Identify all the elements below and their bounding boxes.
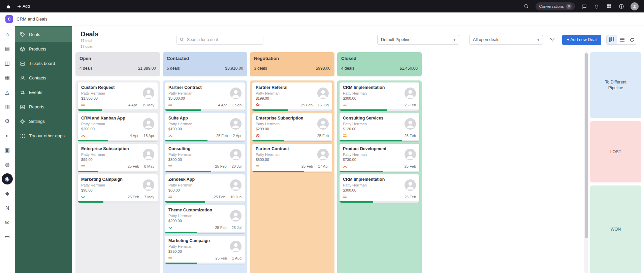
dropzone-lost[interactable]: LOST [590, 121, 641, 182]
deal-priority-icon [168, 227, 172, 229]
security-icon[interactable]: ▣ [2, 144, 13, 156]
deals-header: Deals 17 total 17 open Default Pipeline … [72, 26, 644, 52]
deal-card[interactable]: Partner ReferralPatty Herrman$199.0025 F… [252, 82, 332, 111]
deal-avatar [143, 118, 154, 130]
deal-avatar [230, 179, 242, 191]
deal-contact: Patty Herrman [343, 183, 367, 187]
vertical-scrollbar[interactable] [584, 52, 588, 273]
kanban-view-icon [609, 37, 614, 42]
deal-progress-bar [165, 263, 245, 264]
deal-contact: Patty Herrman [81, 91, 105, 95]
deal-card[interactable]: Partner ContractPatty Herrman$3,000.004 … [165, 82, 245, 111]
search-icon[interactable] [523, 3, 530, 10]
sidebar-item-events[interactable]: Events [15, 85, 72, 100]
deal-card[interactable]: Product DevelopmentPatty Herrman$730.002… [340, 144, 419, 172]
deal-card[interactable]: Partner ContractPatty Herrman$500.0025 F… [252, 144, 332, 172]
deal-card[interactable]: Consulting ServicesPatty Herrman$120.002… [340, 113, 419, 141]
deal-title: Enterprise Subscription [81, 146, 129, 151]
sidebar-item-label: Products [29, 46, 46, 52]
list-view-button[interactable] [617, 35, 627, 44]
deal-contact: Patty Herrman [256, 122, 280, 126]
refresh-view-button[interactable] [627, 35, 637, 44]
priority-medium-icon [168, 195, 172, 199]
add-new-deal-button[interactable]: + Add new Deal [562, 35, 601, 45]
help-icon[interactable] [618, 3, 625, 10]
deal-progress-bar [252, 109, 332, 111]
user-avatar[interactable] [631, 2, 639, 10]
notifications-bell-icon[interactable] [593, 3, 600, 10]
mail-icon[interactable]: ✉ [2, 217, 13, 228]
notes-icon[interactable]: N [2, 202, 13, 213]
contact-avatar-icon [317, 88, 329, 99]
deal-filter-select[interactable]: All open deals ▾ [469, 35, 543, 45]
deal-card[interactable]: Marketing CampaignPatty Herrman$250.0025… [165, 236, 245, 264]
messages-icon[interactable]: ◍ [2, 159, 13, 170]
priority-medium-icon [168, 103, 172, 107]
conversations-button[interactable]: Conversations 0 [536, 2, 575, 10]
dropzone-won[interactable]: WON [590, 185, 641, 273]
priority-medium-icon [168, 257, 172, 260]
deal-card[interactable]: CRM and Kanban AppPatty Herrman$200.004 … [78, 113, 158, 141]
deal-start-date: 4 Apr [130, 134, 139, 138]
analytics-icon[interactable]: ▥ [2, 101, 13, 112]
deal-card[interactable]: CRM ImplementationPatty Herrman$300.0025… [340, 174, 419, 203]
board-column-negotiation: Negotiation3 deals$998.00Partner Referra… [250, 52, 334, 273]
deal-priority-icon [256, 103, 260, 107]
browser-icon[interactable]: ◉ [2, 173, 13, 184]
sidebar-item-contacts[interactable]: Contacts [15, 71, 72, 85]
sidebar-item-label: Events [29, 90, 42, 95]
sidebar-item-try-other-apps[interactable]: Try our other apps [15, 129, 72, 143]
deal-search-input[interactable] [176, 35, 263, 45]
dropzone-different-pipeline[interactable]: To Different Pipeline [590, 52, 641, 118]
deal-card[interactable]: Marketing CampaignPatty Herrman$90.0025 … [78, 174, 158, 203]
deal-card[interactable]: Zendesk AppPatty Herrman$60.0025 Feb10 J… [165, 174, 245, 203]
deal-card[interactable]: Theme CustomizationPatty Herrman$200.002… [165, 205, 245, 233]
sidebar-item-deals[interactable]: Deals [15, 27, 72, 42]
labs-icon[interactable]: ◬ [2, 87, 13, 98]
global-add-button[interactable]: Add [18, 4, 30, 9]
sidebar-item-reports[interactable]: Reports [15, 100, 72, 114]
products-box-icon [20, 46, 25, 52]
deal-due-date: 8 May [144, 164, 154, 168]
deal-amount: $300.00 [343, 188, 356, 192]
priority-medium-icon [343, 195, 347, 199]
deal-card[interactable]: Custom RequestPatty Herrman$1,500.004 Ap… [78, 82, 158, 111]
deal-amount: $1,500.00 [81, 96, 98, 100]
deal-priority-icon [256, 134, 260, 137]
scrollbar-thumb[interactable] [585, 53, 588, 238]
deal-title: Partner Contract [256, 146, 289, 151]
pipeline-select[interactable]: Default Pipeline ▾ [377, 35, 459, 45]
deal-card[interactable]: Enterprise SubscriptionPatty Herrman$99.… [78, 144, 158, 172]
deal-priority-icon [168, 257, 172, 260]
settings-icon[interactable]: ⚙ [2, 115, 13, 127]
departments-icon[interactable]: ▦ [2, 72, 13, 83]
dropzone-label: WON [599, 227, 633, 232]
sidebar-item-settings[interactable]: Settings [15, 114, 72, 129]
deal-start-date: 25 Feb [405, 134, 416, 138]
contact-avatar-icon [317, 149, 329, 160]
column-deal-count: 6 deals [167, 66, 180, 71]
deal-contact: Patty Herrman [168, 152, 192, 157]
deal-card[interactable]: ConsultingPatty Herrman$300.0025 Feb20 J… [165, 144, 245, 172]
chat-icon[interactable] [581, 3, 587, 10]
design-icon[interactable]: ◆ [2, 188, 13, 199]
deal-title: Partner Referral [256, 85, 288, 90]
deal-contact: Patty Herrman [168, 91, 192, 95]
deal-card[interactable]: CRM ImplementationPatty Herrman$300.0025… [340, 82, 419, 111]
home-icon[interactable]: ⌂ [2, 29, 13, 40]
deal-progress-bar [165, 201, 245, 203]
apps-grid-icon[interactable] [606, 3, 612, 10]
deal-title: Zendesk App [168, 177, 195, 182]
tickets-icon[interactable]: ▤ [2, 43, 13, 54]
sidebar-item-tickets-board[interactable]: Tickets board [15, 56, 72, 71]
apps-rail-icon[interactable]: ▭ [2, 231, 13, 242]
deal-card[interactable]: Suite AppPatty Herrman$100.0025 Feb2 Apr [165, 113, 245, 141]
integrations-icon[interactable]: ◐ [2, 130, 13, 141]
contact-avatar-icon [143, 149, 154, 160]
deal-start-date: 25 Feb [301, 164, 313, 168]
deal-card[interactable]: Enterprise SubscriptionPatty Herrman$299… [252, 113, 332, 141]
contacts-icon[interactable]: ◫ [2, 58, 13, 69]
kanban-view-button[interactable] [607, 35, 617, 44]
sidebar-item-products[interactable]: Products [15, 42, 72, 56]
filter-funnel-icon[interactable] [548, 36, 556, 44]
